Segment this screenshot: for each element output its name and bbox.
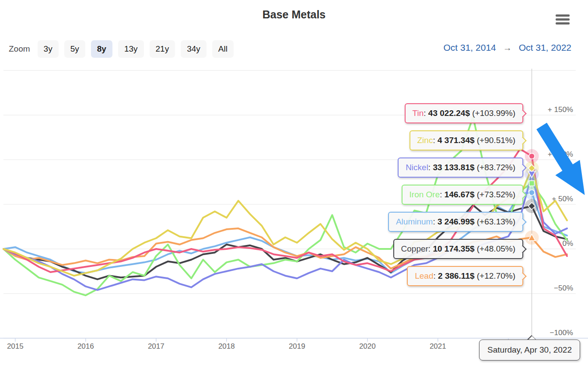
zoom-button-34y[interactable]: 34y (181, 40, 206, 58)
tooltip-series-name: Aluminum (396, 217, 433, 226)
tooltip-separator: : (433, 217, 438, 226)
tooltip-change: (+73.52%) (477, 190, 515, 199)
tooltip-aluminum: Aluminum: 3 246.99$ (+63.13%) (388, 212, 523, 232)
x-axis-label: 2018 (214, 342, 240, 351)
base-metals-chart-app: { "header": { "title": "Base Metals" }, … (0, 0, 588, 371)
tooltip-series-name: Copper (401, 244, 428, 253)
tooltip-change: (+83.72%) (477, 163, 515, 172)
tooltip-value: 2 386.11$ (438, 271, 474, 280)
tooltip-series-name: Nickel (406, 163, 428, 172)
date-range: Oct 31, 2014 → Oct 31, 2022 (444, 42, 572, 53)
x-axis-label: 2015 (2, 342, 28, 351)
iron-ore-marker (529, 181, 535, 186)
tooltip-copper: Copper: 10 174.35$ (+48.05%) (393, 239, 523, 259)
x-axis-label: 2021 (425, 342, 451, 351)
tooltip-value: 146.67$ (444, 190, 475, 199)
x-axis-label: 2017 (143, 342, 169, 351)
tooltip-separator: : (433, 136, 438, 145)
y-axis-label: −50% (538, 284, 573, 293)
tooltip-separator: : (428, 163, 433, 172)
crosshair-date-tooltip: Saturday, Apr 30, 2022 (479, 340, 580, 360)
tooltip-value: 10 174.35$ (433, 244, 474, 253)
zoom-button-all[interactable]: All (212, 40, 234, 58)
tooltip-change: (+12.70%) (477, 271, 515, 280)
tooltip-change: (+48.05%) (477, 244, 515, 253)
tooltip-value: 3 246.99$ (438, 217, 475, 226)
y-axis-label: + 50% (538, 195, 573, 203)
tooltip-change: (+90.51%) (477, 136, 515, 145)
tooltip-separator: : (433, 271, 438, 280)
zoom-label: Zoom (9, 44, 30, 54)
zoom-buttons: 3y5y8y13y21y34yAll (38, 40, 234, 58)
x-axis-label: 2016 (73, 342, 99, 351)
tooltip-value: 4 371.34$ (438, 136, 475, 145)
page-title: Base Metals (0, 8, 588, 21)
zoom-button-13y[interactable]: 13y (118, 40, 144, 58)
tooltip-change: (+63.13%) (477, 217, 515, 226)
tooltip-series-name: Lead (415, 271, 433, 280)
y-axis-label: + 150% (538, 105, 573, 114)
zoom-button-5y[interactable]: 5y (64, 40, 85, 58)
y-axis-label: 0% (538, 239, 573, 248)
zoom-button-21y[interactable]: 21y (150, 40, 175, 58)
to-date-input[interactable]: Oct 31, 2022 (519, 42, 571, 53)
tooltip-lead: Lead: 2 386.11$ (+12.70%) (407, 266, 523, 286)
tooltip-series-name: Tin (413, 108, 424, 118)
tooltip-series-name: Zinc (417, 136, 433, 145)
tooltip-nickel: Nickel: 33 133.81$ (+83.72%) (398, 158, 523, 178)
tooltip-change: (+103.99%) (472, 108, 515, 118)
tooltip-iron-ore: Iron Ore: 146.67$ (+73.52%) (402, 185, 523, 205)
arrow-right-icon: → (503, 43, 512, 53)
y-axis-label: −100% (538, 329, 573, 337)
tooltip-zinc: Zinc: 4 371.34$ (+90.51%) (410, 130, 523, 150)
tooltip-separator: : (428, 244, 433, 253)
tooltip-separator: : (440, 190, 444, 199)
tooltip-series-name: Iron Ore (410, 190, 440, 199)
x-axis-label: 2020 (354, 342, 381, 351)
tooltip-tin: Tin: 43 022.24$ (+103.99%) (405, 103, 523, 123)
from-date-input[interactable]: Oct 31, 2014 (444, 42, 496, 53)
y-axis-label: + 100% (538, 150, 573, 159)
tooltip-value: 43 022.24$ (428, 108, 470, 118)
zoom-button-3y[interactable]: 3y (38, 40, 59, 58)
tooltip-separator: : (424, 108, 428, 118)
hamburger-menu-icon[interactable] (556, 14, 570, 25)
aluminum-marker (529, 190, 535, 196)
tooltip-value: 33 133.81$ (433, 163, 474, 172)
x-axis-label: 2019 (284, 342, 310, 351)
tin-marker (529, 153, 535, 159)
range-selector: Zoom 3y5y8y13y21y34yAll (9, 40, 234, 58)
zoom-button-8y[interactable]: 8y (91, 40, 112, 58)
